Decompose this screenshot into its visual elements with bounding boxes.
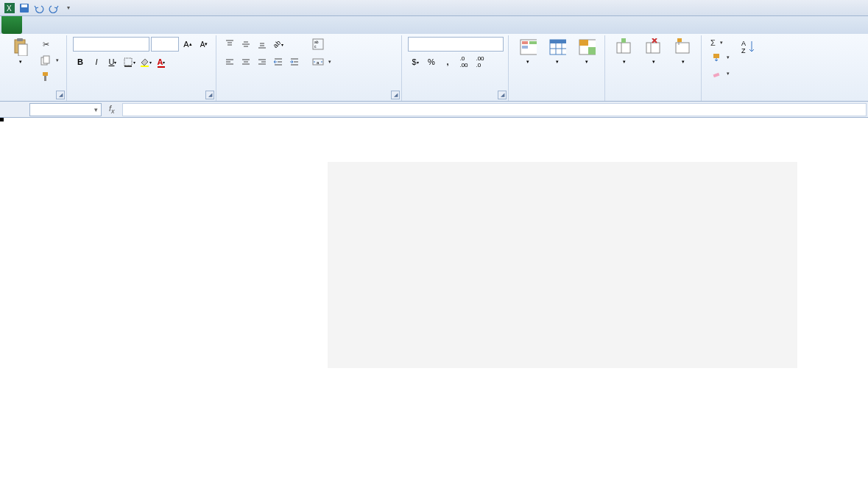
undo-icon[interactable] <box>32 1 46 15</box>
orientation-button[interactable]: ab▾ <box>271 37 286 52</box>
group-number: $▾ % , .0.00 .00.0 ◢ <box>403 35 509 101</box>
svg-rect-5 <box>17 38 23 41</box>
formula-bar: ▾ fx <box>0 102 868 118</box>
svg-rect-55 <box>617 43 630 53</box>
format-as-table-button[interactable]: ▾ <box>544 37 571 66</box>
decrease-indent-button[interactable] <box>271 54 286 69</box>
svg-rect-48 <box>550 40 566 43</box>
clipboard-launcher[interactable]: ◢ <box>56 91 65 99</box>
group-label-number <box>408 96 504 99</box>
border-button[interactable]: ▾ <box>121 54 136 69</box>
svg-rect-60 <box>676 43 689 53</box>
qat-dropdown-icon[interactable]: ▾ <box>62 1 75 15</box>
svg-rect-61 <box>677 38 682 42</box>
group-label-cells <box>611 96 696 99</box>
number-format-combo[interactable] <box>408 37 504 52</box>
font-size-combo[interactable] <box>151 37 179 52</box>
alignment-launcher[interactable]: ◢ <box>391 91 400 99</box>
comma-format-button[interactable]: , <box>440 54 455 69</box>
align-right-button[interactable] <box>255 54 269 69</box>
increase-font-button[interactable]: A▴ <box>180 37 195 52</box>
excel-icon[interactable]: X <box>3 1 16 15</box>
group-clipboard: ▾ ✂ ▾ ◢ <box>3 35 67 101</box>
ribbon-tabs <box>0 16 868 34</box>
brush-icon <box>40 71 52 82</box>
font-launcher[interactable]: ◢ <box>205 91 214 99</box>
redo-icon[interactable] <box>47 1 60 15</box>
svg-text:X: X <box>7 4 12 13</box>
formula-input[interactable] <box>122 103 867 116</box>
cell-styles-icon <box>578 38 596 56</box>
embedded-chart[interactable] <box>306 144 817 401</box>
align-center-button[interactable] <box>239 54 253 69</box>
copy-button[interactable]: ▾ <box>37 53 62 68</box>
svg-rect-54 <box>588 47 596 54</box>
sigma-icon: Σ <box>710 38 716 47</box>
group-styles: ▾ ▾ ▾ <box>510 35 605 101</box>
cond-format-icon <box>519 38 537 56</box>
conditional-formatting-button[interactable]: ▾ <box>515 37 541 66</box>
svg-rect-44 <box>522 41 528 44</box>
group-label-font <box>73 96 211 99</box>
group-label-styles <box>515 96 600 99</box>
group-label-alignment <box>222 96 397 99</box>
name-box[interactable]: ▾ <box>29 103 102 116</box>
svg-rect-57 <box>621 38 626 43</box>
underline-button[interactable]: U▾ <box>105 54 120 69</box>
worksheet-grid[interactable] <box>0 118 868 493</box>
increase-decimal-button[interactable]: .0.00 <box>456 54 471 69</box>
delete-button[interactable]: ▾ <box>641 37 667 66</box>
decrease-font-button[interactable]: A▾ <box>197 37 211 52</box>
decrease-decimal-button[interactable]: .00.0 <box>473 54 487 69</box>
align-top-button[interactable] <box>222 37 237 52</box>
paste-button[interactable]: ▾ <box>7 37 34 66</box>
format-painter-button[interactable] <box>37 69 62 84</box>
align-bottom-button[interactable] <box>255 37 269 52</box>
group-label-editing <box>708 96 762 99</box>
cut-button[interactable]: ✂ <box>37 37 62 52</box>
svg-text:A: A <box>741 40 746 47</box>
cell-styles-button[interactable]: ▾ <box>574 37 600 66</box>
merge-center-button[interactable]: a▾ <box>309 54 334 69</box>
fx-icon[interactable]: fx <box>103 104 121 115</box>
fill-button[interactable]: ▾ <box>708 50 733 65</box>
svg-rect-63 <box>713 73 720 77</box>
autosum-button[interactable]: Σ▾ <box>708 37 733 49</box>
fill-color-button[interactable]: ▾ <box>138 54 152 69</box>
svg-rect-46 <box>529 41 537 44</box>
font-name-combo[interactable] <box>73 37 149 52</box>
svg-rect-58 <box>646 43 660 53</box>
wrap-text-button[interactable]: abc <box>309 37 334 52</box>
align-middle-button[interactable] <box>239 37 253 52</box>
svg-rect-45 <box>522 46 528 49</box>
italic-button[interactable]: I <box>89 54 104 69</box>
svg-rect-3 <box>21 4 27 7</box>
wrap-icon: abc <box>312 38 324 50</box>
font-color-button[interactable]: A▾ <box>154 54 169 69</box>
clear-button[interactable]: ▾ <box>708 66 733 81</box>
sort-filter-button[interactable]: AZ <box>735 37 762 59</box>
align-left-button[interactable] <box>222 54 237 69</box>
svg-rect-62 <box>713 54 719 58</box>
percent-format-button[interactable]: % <box>424 54 439 69</box>
svg-rect-9 <box>43 72 48 76</box>
eraser-icon <box>710 68 722 80</box>
number-launcher[interactable]: ◢ <box>498 91 507 99</box>
accounting-format-button[interactable]: $▾ <box>408 54 423 69</box>
selection-box <box>0 118 3 121</box>
file-tab[interactable] <box>1 16 22 34</box>
titlebar: X ▾ <box>0 0 868 16</box>
save-icon[interactable] <box>18 1 31 15</box>
table-icon <box>548 38 566 56</box>
insert-button[interactable]: ▾ <box>611 37 638 66</box>
delete-cells-icon <box>645 38 663 56</box>
svg-text:a: a <box>317 60 320 65</box>
fill-down-icon <box>710 52 722 63</box>
bold-button[interactable]: B <box>73 54 88 69</box>
format-button[interactable]: ▾ <box>670 37 696 66</box>
format-cells-icon <box>674 38 692 56</box>
increase-indent-button[interactable] <box>287 54 302 69</box>
group-cells: ▾ ▾ ▾ <box>607 35 702 101</box>
group-label-clipboard <box>7 96 62 99</box>
insert-cells-icon <box>615 38 633 56</box>
